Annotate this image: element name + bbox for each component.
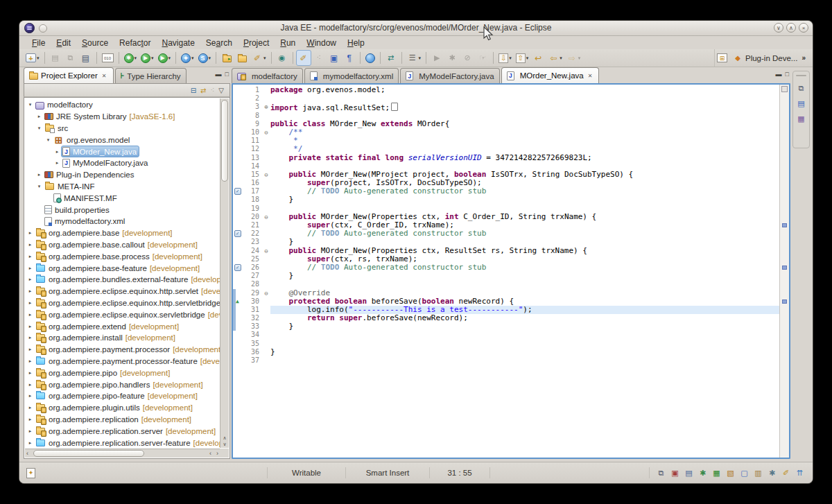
tree-item-org-adempiere-pipo-feature[interactable]: ▸org.adempiere.pipo-feature[development]	[24, 390, 220, 402]
tree-item-content[interactable]: org.adempiere.eclipse.equinox.http.servl…	[34, 297, 220, 309]
tree-item-org-adempiere-pipo[interactable]: ▸org.adempiere.pipo[development]	[24, 367, 220, 379]
tree-item-content[interactable]: org.adempiere.install[development]	[34, 332, 178, 344]
folded-region-box[interactable]	[391, 103, 398, 111]
debug-icon-button[interactable]: ✱▾	[122, 50, 139, 66]
tree-item-org-adempiere-pipo-handlers[interactable]: ▸org.adempiere.pipo.handlers[development…	[24, 379, 220, 390]
tree-item-jre-system-library[interactable]: ▸JRE System Library[JavaSE-1.6]	[24, 111, 220, 123]
expand-arrow-icon[interactable]: ▸	[53, 160, 61, 166]
tree-item-org-adempiere-base[interactable]: ▸org.adempiere.base[development]	[24, 227, 220, 239]
code-line-32[interactable]: 32 return super.beforeSave(newRecord);	[233, 314, 779, 322]
shade-button[interactable]: ∨	[774, 23, 783, 33]
search-view-icon[interactable]: ✐	[780, 469, 792, 478]
fast-view-icon[interactable]: ⧉	[655, 469, 667, 478]
last-edit-location-icon-button[interactable]: ↩	[530, 50, 546, 66]
tip-icon[interactable]: ✦	[26, 468, 35, 478]
editor-tab-morder-new-java[interactable]: JMOrder_New.java✕	[501, 67, 600, 83]
snippets-view-icon[interactable]: ▧	[725, 469, 736, 478]
scrollbar-thumb[interactable]	[33, 450, 144, 457]
collapse-all-icon[interactable]: ⊟	[191, 87, 196, 94]
external-tools-icon-dropdown[interactable]: ▾	[168, 55, 171, 61]
tree-item-content[interactable]: org.adempiere.payment.processor-feature[…	[34, 355, 220, 367]
menu-refactor[interactable]: Refactor	[114, 37, 156, 49]
tree-item-manifest-mf[interactable]: MANIFEST.MF	[24, 192, 220, 204]
scrollbar-thumb[interactable]	[221, 100, 228, 182]
tree-item-org-adempiere-payment-processor-feature[interactable]: ▸org.adempiere.payment.processor-feature…	[24, 356, 220, 367]
tree-item-content[interactable]: org.adempiere.pipo-feature[development]	[34, 390, 200, 402]
templates-view-icon[interactable]: ▦	[793, 111, 809, 126]
expand-arrow-icon[interactable]: ▸	[26, 417, 34, 422]
tree-item-content[interactable]: META-INF	[43, 180, 97, 192]
task-overview-marker[interactable]	[782, 223, 787, 227]
expand-arrow-icon[interactable]: ▸	[26, 382, 34, 388]
previous-annotation-icon-dropdown[interactable]: ▾	[526, 55, 529, 61]
code-line-9[interactable]: 9public class MOrder_New extends MOrder{	[233, 120, 779, 128]
show-whitespace-icon-button[interactable]: ¶	[342, 50, 357, 66]
tasks-view-icon[interactable]: ▥	[752, 469, 764, 478]
tree-item-content[interactable]: org.adempiere.extend[development]	[34, 320, 182, 332]
expand-arrow-icon[interactable]: ▸	[26, 393, 34, 399]
menu-run[interactable]: Run	[275, 37, 301, 49]
run-icon-dropdown[interactable]: ▾	[151, 55, 154, 61]
editor-tab-modelfactory[interactable]: modelfactory	[232, 68, 303, 83]
tree-item-content[interactable]: org.adempiere.replication.server[develop…	[34, 425, 218, 437]
next-annotation-icon-dropdown[interactable]: ▾	[509, 55, 512, 61]
tree-item-org-adempiere-base-process[interactable]: ▸org.adempiere.base.process[development]	[24, 250, 220, 262]
back-icon-dropdown[interactable]: ▾	[560, 55, 562, 61]
tree-item-content[interactable]: org.adempiere.base.callout[development]	[34, 238, 200, 250]
restore-trim-icon[interactable]: ⧉	[793, 80, 809, 96]
scroll-right-arrow[interactable]: ›	[216, 449, 218, 458]
tree-item-content[interactable]: src	[43, 123, 71, 134]
task-overview-marker[interactable]	[782, 266, 787, 270]
code-line-34[interactable]: 34	[233, 331, 779, 339]
tree-item-content[interactable]: build.properties	[43, 204, 112, 216]
web-service-icon-dropdown[interactable]: ▾	[209, 55, 211, 61]
code-line-33[interactable]: 33 }	[233, 322, 779, 331]
fold-minus-icon[interactable]: ⊖	[262, 213, 270, 221]
code-line-37[interactable]: 37	[233, 356, 779, 365]
fold-plus-icon[interactable]: ⊕	[262, 103, 270, 111]
previous-annotation-icon-button[interactable]: ⇧▾	[514, 50, 531, 66]
tree-item-content[interactable]: org.adempiere.replication.server-feature…	[34, 437, 220, 449]
scroll-up-arrow[interactable]: ∧	[220, 435, 229, 441]
maximize-button[interactable]: ∧	[786, 23, 796, 33]
expand-arrow-icon[interactable]: ▸	[26, 335, 34, 340]
tree-item-content[interactable]: org.adempiere.base[development]	[34, 227, 175, 239]
expand-arrow-icon[interactable]: ▸	[53, 149, 61, 155]
menu-project[interactable]: Project	[238, 37, 275, 49]
tree-item-content[interactable]: JMyModelFactory.java	[61, 157, 150, 169]
code-line-35[interactable]: 35	[233, 340, 779, 348]
tree-item-meta-inf[interactable]: ▾META-INF	[24, 181, 220, 193]
fold-minus-icon[interactable]: ⊖	[262, 171, 270, 179]
expand-arrow-icon[interactable]: ▸	[26, 312, 34, 318]
maximize-editor-icon[interactable]: □	[786, 71, 789, 78]
menu-navigate[interactable]: Navigate	[156, 37, 200, 49]
code-line-17[interactable]: ✓17 // TODO Auto-generated constructor s…	[233, 187, 779, 195]
tree-item-build-properties[interactable]: build.properties	[24, 204, 220, 216]
tree-item-content[interactable]: Plug-in Dependencies	[43, 169, 137, 181]
perspective-plugin-dev-button[interactable]: ◆ Plug-in Deve...	[729, 51, 800, 65]
expand-arrow-icon[interactable]: ▸	[26, 440, 34, 446]
tree-item-org-adempiere-eclipse-equinox-http-servlet[interactable]: ▸org.adempiere.eclipse.equinox.http.serv…	[24, 286, 220, 297]
code-line-13[interactable]: 13 private static final long serialVersi…	[233, 154, 779, 162]
task-overview-marker[interactable]	[782, 299, 787, 304]
scroll-left-arrow[interactable]: ‹	[26, 449, 28, 458]
code-line-27[interactable]: 27 }	[233, 272, 779, 280]
overview-ruler[interactable]	[779, 85, 789, 458]
tree-item-org-adempiere-bundles-external-feature[interactable]: ▸org.adempiere.bundles.external-feature[…	[24, 274, 220, 286]
tree-item-content[interactable]: org.adempiere.pipo[development]	[34, 367, 173, 379]
tree-item-org-adempiere-extend[interactable]: ▸org.adempiere.extend[development]	[24, 320, 220, 332]
tree-item-org-adempiere-replication-server-feature[interactable]: ▸org.adempiere.replication.server-featur…	[24, 437, 220, 449]
marker-list-icon-button[interactable]: ☰▾	[405, 50, 424, 66]
tree-item-org-adempiere-base-callout[interactable]: ▸org.adempiere.base.callout[development]	[24, 239, 220, 251]
titlebar[interactable]: Java EE - modelfactory/src/org/evenos/mo…	[19, 21, 813, 36]
close-button[interactable]: ×	[799, 23, 808, 33]
tree-item-content[interactable]: org.adempiere.eclipse.equinox.http.servl…	[34, 286, 220, 297]
fold-minus-icon[interactable]: ⊖	[262, 289, 270, 297]
code-line-2[interactable]: 2	[233, 94, 779, 103]
error-log-icon[interactable]: ✱	[766, 469, 778, 478]
minimize-view-icon[interactable]: ▬	[216, 71, 222, 78]
code-line-18[interactable]: 18 }	[233, 195, 779, 204]
expand-arrow-icon[interactable]: ▸	[26, 277, 34, 282]
code-text-area[interactable]: 1package org.evenos.model;23⊕import java…	[233, 85, 779, 458]
search-torch-icon-button[interactable]: ✐▾	[250, 50, 268, 66]
